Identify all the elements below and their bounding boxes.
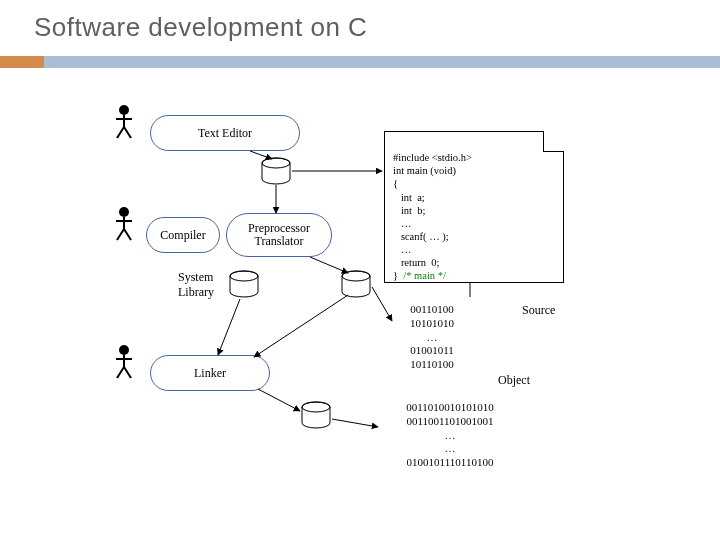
title-underline bbox=[0, 56, 720, 68]
diagram-canvas: Text Editor Compiler Preprocessor Transl… bbox=[0, 75, 720, 535]
slide-title: Software development on C bbox=[34, 12, 367, 43]
connector-arrow bbox=[0, 75, 720, 539]
